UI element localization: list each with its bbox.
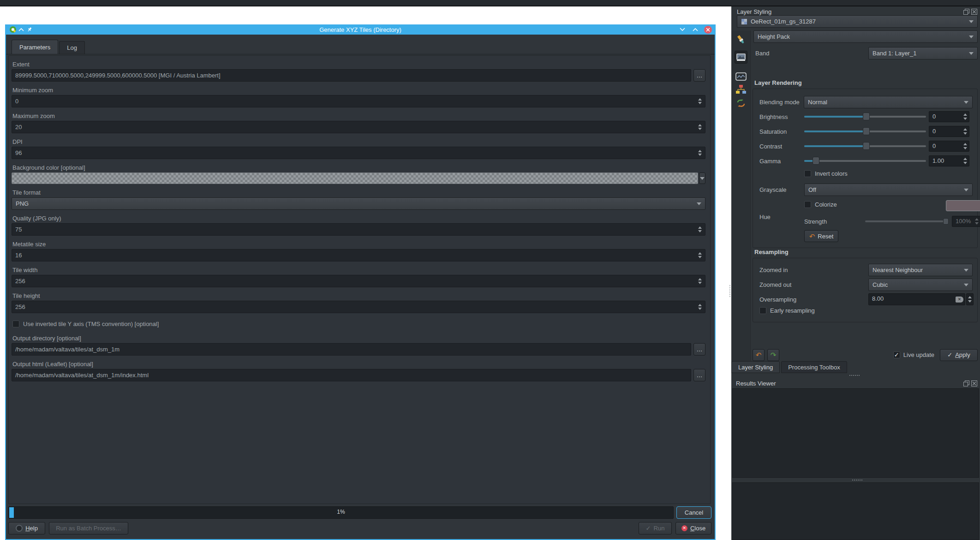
contrast-spinbox[interactable]: 0	[929, 141, 969, 152]
colorize-row[interactable]: Colorize	[804, 201, 837, 208]
undo-button[interactable]: ↶	[753, 349, 765, 361]
style-name-select[interactable]: Height Pack	[753, 30, 978, 43]
zoomed-in-select[interactable]: Nearest Neighbour	[868, 264, 973, 276]
history-tab-icon[interactable]	[735, 97, 747, 110]
run-button[interactable]: ✓ Run	[639, 522, 672, 534]
results-viewer-header[interactable]: Results Viewer	[731, 378, 980, 388]
gamma-slider[interactable]	[804, 155, 926, 167]
oversampling-spinner[interactable]	[966, 293, 974, 305]
quality-input[interactable]: 75	[12, 223, 705, 236]
close-red-icon: ✕	[681, 525, 687, 531]
extent-browse-button[interactable]: …	[693, 69, 705, 82]
help-button[interactable]: Help	[8, 522, 45, 534]
grayscale-select[interactable]: Off	[804, 184, 973, 196]
results-float-icon[interactable]	[963, 380, 969, 386]
extent-input[interactable]: 89999.5000,710000.5000,249999.5000,60000…	[12, 69, 691, 82]
layer-rendering-title: Layer Rendering	[754, 79, 802, 86]
colorize-checkbox[interactable]	[804, 201, 811, 208]
tab-processing-toolbox[interactable]: Processing Toolbox	[781, 361, 847, 373]
saturation-slider[interactable]	[804, 125, 926, 137]
run-batch-button[interactable]: Run as Batch Process…	[49, 522, 128, 534]
minimize-icon[interactable]	[678, 25, 687, 34]
blending-mode-label: Blending mode	[759, 99, 800, 106]
oversampling-label: Oversampling	[759, 296, 796, 303]
panel-splitter-handle[interactable]	[729, 285, 730, 297]
output-directory-browse-button[interactable]: …	[693, 343, 705, 356]
brightness-spinbox[interactable]: 0	[929, 111, 969, 122]
redo-button[interactable]: ↷	[767, 349, 779, 361]
early-resampling-row[interactable]: Early resampling	[759, 307, 815, 314]
app-top-strip	[0, 0, 980, 6]
dpi-spinner[interactable]	[696, 150, 702, 156]
oversampling-spinbox[interactable]: 8.00 ✕	[868, 293, 965, 305]
apply-button[interactable]: ✓ Apply	[940, 349, 978, 361]
pin-icon[interactable]	[25, 25, 34, 34]
quality-spinner[interactable]	[696, 226, 702, 232]
colorize-label: Colorize	[815, 201, 837, 208]
contrast-slider[interactable]	[804, 140, 926, 152]
min-zoom-spinner[interactable]	[696, 98, 702, 104]
dpi-input[interactable]: 96	[12, 147, 705, 159]
shade-icon[interactable]	[17, 25, 25, 34]
reset-button[interactable]: ↶ Reset	[804, 230, 838, 242]
tile-width-label: Tile width	[12, 265, 705, 275]
min-zoom-input[interactable]: 0	[12, 95, 705, 107]
tab-parameters[interactable]: Parameters	[12, 40, 58, 54]
tab-log[interactable]: Log	[59, 41, 85, 54]
brightness-slider[interactable]	[804, 111, 926, 123]
tms-checkbox-row[interactable]: Use inverted tile Y axis (TMS convention…	[12, 319, 705, 329]
tab-layer-styling[interactable]: Layer Styling	[731, 361, 780, 373]
invert-colors-checkbox[interactable]	[804, 170, 811, 177]
results-close-icon[interactable]	[971, 380, 977, 386]
live-update-checkbox[interactable]: ✓	[893, 351, 900, 358]
dialog-title: Generate XYZ Tiles (Directory)	[6, 26, 715, 33]
close-dock-icon[interactable]	[971, 9, 977, 15]
float-dock-icon[interactable]	[963, 9, 969, 15]
gamma-spinbox[interactable]: 1.00	[929, 155, 969, 166]
field-min-zoom: Minimum zoom 0	[12, 85, 705, 107]
zoomed-out-select[interactable]: Cubic	[868, 279, 973, 291]
clear-value-icon[interactable]: ✕	[956, 297, 963, 303]
transparency-tab-icon[interactable]	[735, 51, 747, 64]
strength-slider[interactable]	[865, 215, 948, 227]
dialog-titlebar[interactable]: Generate XYZ Tiles (Directory)	[6, 24, 715, 35]
tile-width-input[interactable]: 256	[12, 275, 705, 287]
dpi-label: DPI	[12, 137, 705, 147]
invert-colors-row[interactable]: Invert colors	[804, 170, 848, 177]
early-resampling-label: Early resampling	[770, 307, 815, 314]
close-window-icon[interactable]	[704, 26, 712, 34]
metatile-size-input[interactable]: 16	[12, 249, 705, 261]
cancel-button[interactable]: Cancel	[676, 506, 711, 519]
background-color-input[interactable]	[12, 172, 698, 184]
background-color-label: Background color [optional]	[12, 163, 705, 172]
maximize-icon[interactable]	[691, 25, 699, 34]
max-zoom-input[interactable]: 20	[12, 121, 705, 133]
output-html-input[interactable]: /home/madam/valtava/tiles/at_dsm_1m/inde…	[12, 369, 691, 381]
background-color-dropdown[interactable]	[699, 172, 705, 184]
close-button[interactable]: ✕ Close	[675, 522, 711, 534]
metatile-size-label: Metatile size	[12, 239, 705, 249]
output-html-browse-button[interactable]: …	[693, 369, 705, 381]
output-directory-input[interactable]: /home/madam/valtava/tiles/at_dsm_1m	[12, 343, 691, 356]
tile-height-spinner[interactable]	[696, 304, 702, 310]
colorize-color-swatch[interactable]	[946, 200, 980, 211]
output-directory-label: Output directory [optional]	[12, 333, 705, 343]
layer-selector[interactable]: OeRect_01m_gs_31287	[737, 15, 978, 28]
pyramids-tab-icon[interactable]	[735, 83, 747, 96]
metatile-size-spinner[interactable]	[696, 252, 702, 258]
dock-splitter-handle[interactable]	[849, 375, 860, 376]
tms-checkbox[interactable]	[12, 320, 19, 327]
max-zoom-spinner[interactable]	[696, 124, 702, 130]
symbology-tab-icon[interactable]	[735, 33, 747, 46]
early-resampling-checkbox[interactable]	[759, 307, 766, 314]
layer-selector-value: OeRect_01m_gs_31287	[751, 18, 816, 25]
tile-format-select[interactable]: PNG	[12, 197, 705, 210]
tile-height-input[interactable]: 256	[12, 301, 705, 313]
histogram-tab-icon[interactable]	[735, 70, 747, 83]
tile-width-spinner[interactable]	[696, 278, 702, 284]
strength-spinbox[interactable]: 100%	[952, 216, 980, 227]
band-select[interactable]: Band 1: Layer_1	[868, 47, 978, 59]
blending-mode-select[interactable]: Normal	[804, 96, 973, 108]
results-splitter-handle[interactable]	[852, 480, 862, 481]
saturation-spinbox[interactable]: 0	[929, 126, 969, 137]
